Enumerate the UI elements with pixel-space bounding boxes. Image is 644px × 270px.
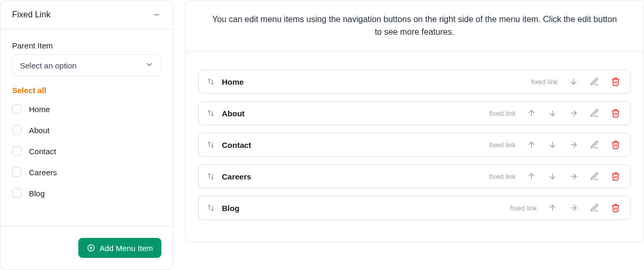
menu-items-instructions: You can edit menu items using the naviga… (186, 1, 643, 52)
fixed-link-panel: Fixed Link Parent Item Select an option … (0, 0, 173, 270)
menu-item: Careersfixed link (198, 164, 631, 188)
edit-button[interactable] (587, 106, 602, 121)
drag-handle-icon[interactable] (206, 140, 216, 149)
menu-item-type: fixed link (531, 78, 558, 86)
accordion-header-fixed-link[interactable]: Fixed Link (1, 1, 173, 29)
panel-body: Parent Item Select an option Select all … (1, 29, 173, 226)
menu-item-title: Careers (222, 172, 483, 181)
checkbox-icon[interactable] (12, 188, 22, 198)
checkbox-icon[interactable] (12, 146, 22, 156)
move-down-button[interactable] (566, 74, 581, 89)
menu-item-type: fixed link (489, 173, 516, 181)
fixed-link-option[interactable]: About (12, 125, 161, 135)
move-up-button[interactable] (524, 169, 539, 184)
menu-items-list: Homefixed linkAboutfixed linkContactfixe… (186, 52, 643, 238)
delete-button[interactable] (608, 74, 623, 89)
move-up-button[interactable] (524, 106, 539, 121)
parent-item-field: Parent Item Select an option (12, 41, 161, 76)
edit-button[interactable] (587, 169, 602, 184)
move-down-button[interactable] (545, 169, 560, 184)
checkbox-icon[interactable] (12, 167, 22, 177)
checkbox-icon[interactable] (12, 104, 22, 114)
edit-button[interactable] (587, 137, 602, 152)
menu-item: Blogfixed link (198, 196, 631, 220)
move-down-button[interactable] (545, 137, 560, 152)
drag-handle-icon[interactable] (206, 77, 216, 86)
fixed-link-option[interactable]: Home (12, 104, 161, 114)
add-button-label: Add Menu Item (99, 244, 153, 253)
checkbox-icon[interactable] (12, 125, 22, 135)
fixed-link-option[interactable]: Contact (12, 146, 161, 156)
option-label: Blog (29, 189, 45, 198)
menu-item-title: Contact (222, 141, 483, 149)
fixed-link-option[interactable]: Careers (12, 167, 161, 177)
accordion-title: Fixed Link (12, 10, 50, 19)
menu-item-title: Home (222, 77, 525, 86)
parent-item-label: Parent Item (12, 41, 161, 50)
add-menu-item-button[interactable]: Add Menu Item (78, 238, 161, 258)
menu-item-title: Blog (222, 204, 504, 213)
delete-button[interactable] (608, 169, 623, 184)
delete-button[interactable] (608, 106, 623, 121)
move-up-button[interactable] (545, 201, 560, 215)
option-label: Contact (29, 147, 56, 156)
menu-item-type: fixed link (489, 141, 516, 149)
menu-item-title: About (222, 109, 483, 118)
parent-item-select[interactable]: Select an option (12, 54, 161, 76)
delete-button[interactable] (608, 137, 623, 152)
fixed-link-option-list: HomeAboutContactCareersBlog (12, 104, 161, 198)
menu-items-panel: You can edit menu items using the naviga… (185, 0, 644, 242)
drag-handle-icon[interactable] (206, 108, 216, 118)
drag-handle-icon[interactable] (206, 172, 216, 181)
menu-item-type: fixed link (510, 204, 537, 212)
indent-button[interactable] (566, 106, 581, 121)
option-label: Home (29, 105, 50, 114)
option-label: About (29, 126, 49, 135)
plus-circle-icon (87, 244, 95, 252)
indent-button[interactable] (566, 201, 581, 215)
minus-icon (152, 10, 161, 19)
option-label: Careers (29, 168, 57, 177)
menu-item: Contactfixed link (198, 133, 631, 157)
edit-button[interactable] (587, 201, 602, 215)
parent-item-select-button[interactable]: Select an option (12, 54, 161, 76)
fixed-link-option[interactable]: Blog (12, 188, 161, 198)
edit-button[interactable] (587, 74, 602, 89)
panel-footer: Add Menu Item (1, 226, 173, 269)
move-down-button[interactable] (545, 106, 560, 121)
menu-item: Aboutfixed link (198, 101, 631, 125)
menu-item-type: fixed link (489, 109, 516, 117)
menu-item: Homefixed link (198, 69, 631, 94)
drag-handle-icon[interactable] (206, 203, 216, 213)
delete-button[interactable] (608, 201, 623, 215)
indent-button[interactable] (566, 169, 581, 184)
move-up-button[interactable] (524, 137, 539, 152)
select-all-link[interactable]: Select all (12, 86, 161, 95)
indent-button[interactable] (566, 137, 581, 152)
